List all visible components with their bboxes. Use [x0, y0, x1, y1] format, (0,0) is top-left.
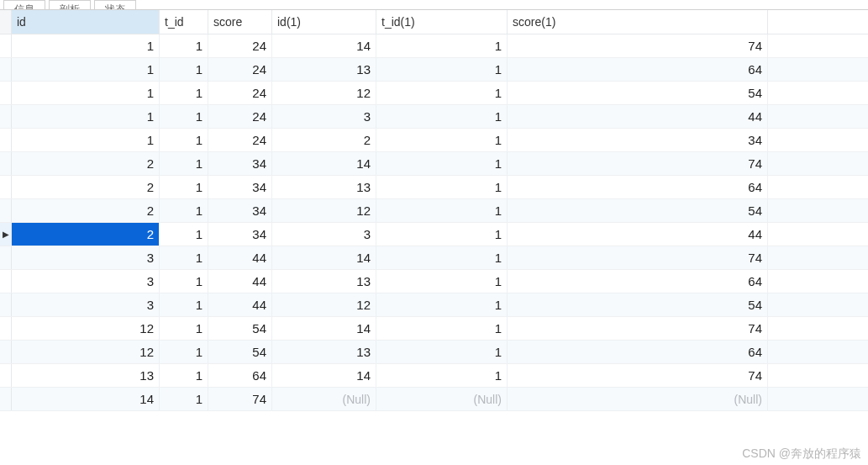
cell-t_id1[interactable]: 1 — [376, 293, 508, 316]
cell-id1[interactable]: 2 — [272, 129, 376, 151]
table-row[interactable]: 112414174 — [0, 34, 868, 58]
col-header-score[interactable]: score — [208, 10, 272, 34]
col-header-id[interactable]: id — [12, 10, 160, 34]
cell-score[interactable]: 24 — [208, 129, 272, 151]
table-row[interactable]: 213413164 — [0, 176, 868, 199]
table-row[interactable]: 14174(Null)(Null)(Null) — [0, 388, 868, 411]
cell-t_id[interactable]: 1 — [160, 388, 208, 410]
cell-t_id[interactable]: 1 — [160, 199, 208, 222]
cell-id1[interactable]: 14 — [272, 317, 376, 340]
row-indicator[interactable] — [0, 341, 12, 363]
cell-id[interactable]: 1 — [12, 129, 160, 151]
cell-id1[interactable]: 13 — [272, 270, 376, 293]
cell-id1[interactable]: 12 — [272, 199, 376, 222]
cell-id[interactable]: 2 — [12, 176, 160, 198]
cell-score[interactable]: 44 — [208, 270, 272, 293]
cell-id1[interactable]: (Null) — [272, 388, 376, 410]
tab-profile[interactable]: 剖析 — [49, 0, 91, 9]
cell-t_id1[interactable]: 1 — [376, 199, 508, 222]
cell-t_id1[interactable]: 1 — [376, 341, 508, 363]
cell-score1[interactable]: 74 — [508, 34, 768, 57]
cell-score[interactable]: 24 — [208, 58, 272, 81]
table-row[interactable]: 1215414174 — [0, 317, 868, 341]
cell-score1[interactable]: 64 — [508, 341, 768, 363]
tab-status[interactable]: 状态 — [94, 0, 136, 9]
cell-t_id1[interactable]: 1 — [376, 270, 508, 293]
row-indicator[interactable] — [0, 152, 12, 175]
table-row[interactable]: 213414174 — [0, 152, 868, 176]
cell-t_id[interactable]: 1 — [160, 270, 208, 293]
cell-score[interactable]: 34 — [208, 152, 272, 175]
row-indicator[interactable] — [0, 246, 12, 269]
row-indicator[interactable] — [0, 388, 12, 410]
col-header-t_id1[interactable]: t_id(1) — [376, 10, 508, 34]
cell-score[interactable]: 74 — [208, 388, 272, 410]
cell-t_id[interactable]: 1 — [160, 223, 208, 246]
cell-id[interactable]: 1 — [12, 34, 160, 57]
cell-score1[interactable]: 64 — [508, 270, 768, 293]
cell-score[interactable]: 44 — [208, 246, 272, 269]
table-row[interactable]: 112412154 — [0, 82, 868, 105]
cell-t_id[interactable]: 1 — [160, 129, 208, 151]
cell-score1[interactable]: 54 — [508, 293, 768, 316]
cell-id[interactable]: 1 — [12, 82, 160, 104]
cell-t_id1[interactable]: 1 — [376, 34, 508, 57]
cell-t_id[interactable]: 1 — [160, 364, 208, 387]
table-row[interactable]: 213412154 — [0, 199, 868, 223]
row-indicator[interactable] — [0, 176, 12, 198]
cell-score[interactable]: 54 — [208, 317, 272, 340]
cell-id1[interactable]: 13 — [272, 341, 376, 363]
cell-score[interactable]: 24 — [208, 105, 272, 128]
row-indicator[interactable] — [0, 270, 12, 293]
table-row[interactable]: 314413164 — [0, 270, 868, 293]
row-indicator[interactable] — [0, 293, 12, 316]
cell-id1[interactable]: 13 — [272, 176, 376, 198]
cell-id1[interactable]: 14 — [272, 246, 376, 269]
cell-id[interactable]: 2 — [12, 223, 160, 246]
cell-score[interactable]: 24 — [208, 82, 272, 104]
cell-score[interactable]: 34 — [208, 176, 272, 198]
cell-t_id1[interactable]: 1 — [376, 176, 508, 198]
cell-id[interactable]: 12 — [12, 317, 160, 340]
cell-score[interactable]: 64 — [208, 364, 272, 387]
cell-t_id[interactable]: 1 — [160, 152, 208, 175]
table-row[interactable]: 112413164 — [0, 58, 868, 82]
cell-score[interactable]: 44 — [208, 293, 272, 316]
cell-id[interactable]: 3 — [12, 246, 160, 269]
col-header-t_id[interactable]: t_id — [160, 10, 208, 34]
cell-id[interactable]: 1 — [12, 58, 160, 81]
cell-id1[interactable]: 13 — [272, 58, 376, 81]
cell-id[interactable]: 13 — [12, 364, 160, 387]
cell-id[interactable]: 14 — [12, 388, 160, 410]
cell-score1[interactable]: 74 — [508, 246, 768, 269]
cell-id[interactable]: 2 — [12, 152, 160, 175]
cell-score1[interactable]: 64 — [508, 58, 768, 81]
cell-score1[interactable]: 54 — [508, 82, 768, 104]
table-row[interactable]: 11242134 — [0, 129, 868, 152]
cell-t_id1[interactable]: 1 — [376, 129, 508, 151]
cell-t_id1[interactable]: 1 — [376, 58, 508, 81]
table-row[interactable]: ▶21343144 — [0, 223, 868, 246]
cell-t_id[interactable]: 1 — [160, 293, 208, 316]
cell-score1[interactable]: 54 — [508, 199, 768, 222]
table-row[interactable]: 1316414174 — [0, 364, 868, 388]
cell-score1[interactable]: 44 — [508, 105, 768, 128]
cell-t_id1[interactable]: 1 — [376, 152, 508, 175]
cell-t_id[interactable]: 1 — [160, 246, 208, 269]
cell-score1[interactable]: 64 — [508, 176, 768, 198]
cell-score[interactable]: 24 — [208, 34, 272, 57]
row-indicator[interactable] — [0, 317, 12, 340]
cell-t_id1[interactable]: 1 — [376, 105, 508, 128]
cell-id[interactable]: 2 — [12, 199, 160, 222]
cell-t_id[interactable]: 1 — [160, 341, 208, 363]
cell-t_id[interactable]: 1 — [160, 105, 208, 128]
cell-id1[interactable]: 12 — [272, 293, 376, 316]
cell-t_id[interactable]: 1 — [160, 317, 208, 340]
cell-t_id[interactable]: 1 — [160, 176, 208, 198]
cell-id1[interactable]: 14 — [272, 34, 376, 57]
row-indicator[interactable] — [0, 105, 12, 128]
cell-t_id[interactable]: 1 — [160, 58, 208, 81]
row-indicator[interactable] — [0, 129, 12, 151]
row-indicator[interactable] — [0, 364, 12, 387]
cell-score[interactable]: 34 — [208, 223, 272, 246]
